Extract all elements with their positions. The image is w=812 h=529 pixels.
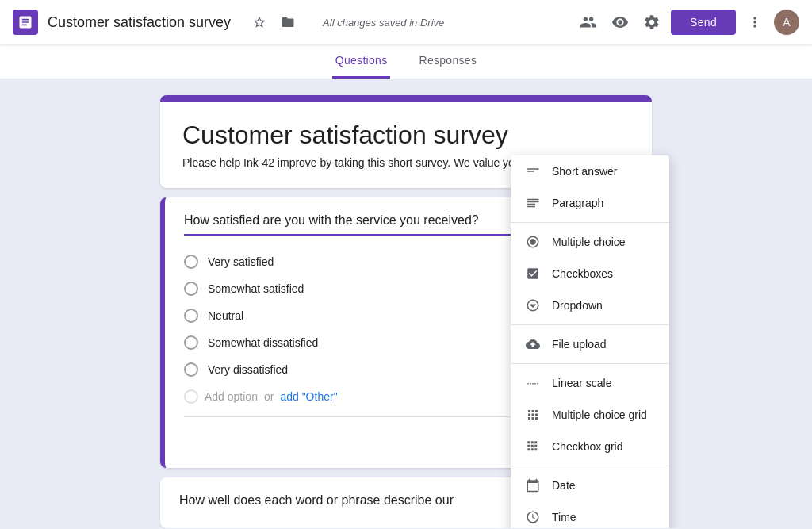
tab-questions[interactable]: Questions [332, 44, 391, 79]
menu-label-paragraph: Paragraph [552, 197, 603, 209]
svg-rect-7 [531, 445, 534, 447]
preview-btn[interactable] [607, 10, 633, 35]
tab-responses[interactable]: Responses [416, 44, 480, 79]
menu-item-date[interactable]: Date [511, 470, 669, 501]
radio-somewhat-dissatisfied[interactable] [184, 335, 198, 350]
short-answer-icon [525, 163, 541, 179]
menu-divider-3 [511, 363, 669, 364]
menu-divider-2 [511, 324, 669, 325]
svg-rect-8 [534, 445, 537, 447]
menu-label-dropdown: Dropdown [552, 299, 603, 312]
tabs-bar: Questions Responses [0, 44, 812, 79]
svg-rect-11 [534, 448, 537, 450]
svg-rect-4 [531, 441, 534, 443]
app-title: Customer satisfaction survey [48, 14, 231, 31]
radio-somewhat-satisfied[interactable] [184, 282, 198, 296]
radio-neutral[interactable] [184, 309, 198, 323]
option-label-4: Somewhat dissatisfied [208, 336, 318, 349]
menu-item-dropdown[interactable]: Dropdown [511, 289, 669, 321]
topbar-left: Customer satisfaction survey All changes… [13, 10, 576, 35]
radio-very-satisfied[interactable] [184, 255, 198, 269]
radio-very-dissatisfied[interactable] [184, 362, 198, 377]
menu-label-checkbox-grid: Checkbox grid [552, 440, 623, 453]
menu-item-time[interactable]: Time [511, 501, 669, 528]
dropdown-icon [525, 297, 541, 313]
settings-btn[interactable] [639, 10, 665, 35]
menu-item-linear-scale[interactable]: Linear scale [511, 367, 669, 399]
menu-item-checkboxes[interactable]: Checkboxes [511, 258, 669, 289]
menu-label-time: Time [552, 511, 576, 523]
add-or-label: or [264, 390, 274, 403]
svg-rect-9 [527, 448, 530, 450]
menu-divider-1 [511, 222, 669, 223]
menu-item-short-answer[interactable]: Short answer [511, 155, 669, 187]
menu-label-date: Date [552, 479, 576, 492]
menu-label-checkboxes: Checkboxes [552, 267, 613, 280]
send-button[interactable]: Send [671, 10, 736, 35]
time-icon [525, 509, 541, 525]
paragraph-icon [525, 195, 541, 211]
topbar-icons [247, 10, 301, 35]
menu-label-short-answer: Short answer [552, 165, 617, 178]
menu-divider-4 [511, 466, 669, 466]
checkboxes-icon [525, 266, 541, 282]
menu-item-multiple-choice[interactable]: Multiple choice [511, 226, 669, 258]
menu-item-file-upload[interactable]: File upload [511, 328, 669, 360]
menu-item-checkbox-grid[interactable]: Checkbox grid [511, 431, 669, 462]
dropdown-menu: Short answer Paragraph Multiple choice C… [511, 155, 669, 528]
option-label-5: Very dissatisfied [208, 363, 288, 376]
topbar: Customer satisfaction survey All changes… [0, 0, 812, 44]
add-option-label[interactable]: Add option [205, 390, 258, 403]
file-upload-icon [525, 336, 541, 352]
topbar-right: Send A [576, 10, 799, 35]
main-content: Customer satisfaction survey Please help… [0, 79, 812, 528]
multiple-choice-icon [525, 234, 541, 250]
menu-label-mc-grid: Multiple choice grid [552, 408, 647, 421]
more-options-btn[interactable] [742, 10, 768, 35]
collaborators-btn[interactable] [576, 10, 601, 35]
add-other-link[interactable]: add "Other" [280, 390, 337, 403]
menu-item-mc-grid[interactable]: Multiple choice grid [511, 399, 669, 431]
svg-rect-6 [527, 445, 530, 447]
multiple-choice-grid-icon [525, 407, 541, 423]
menu-label-multiple-choice: Multiple choice [552, 236, 626, 248]
svg-rect-10 [531, 448, 534, 450]
option-label-3: Neutral [208, 309, 243, 322]
checkbox-grid-icon [525, 439, 541, 454]
menu-item-paragraph[interactable]: Paragraph [511, 187, 669, 219]
linear-scale-icon [525, 375, 541, 391]
radio-add [184, 389, 198, 404]
autosave-text: All changes saved in Drive [323, 17, 444, 29]
option-label-1: Very satisfied [208, 255, 274, 268]
app-icon [13, 10, 38, 35]
menu-label-file-upload: File upload [552, 338, 607, 351]
svg-rect-3 [527, 441, 530, 443]
form-title: Customer satisfaction survey [182, 121, 630, 150]
folder-icon[interactable] [275, 10, 301, 35]
option-label-2: Somewhat satisfied [208, 282, 304, 295]
svg-rect-5 [534, 441, 537, 443]
date-icon [525, 477, 541, 493]
star-icon[interactable] [247, 10, 272, 35]
avatar[interactable]: A [774, 10, 799, 35]
svg-point-1 [530, 239, 536, 245]
menu-label-linear-scale: Linear scale [552, 377, 612, 389]
